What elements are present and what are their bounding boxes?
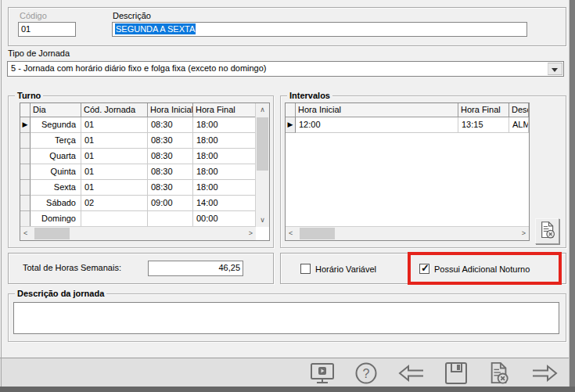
display-button[interactable] xyxy=(309,361,336,385)
checkbox-box[interactable]: ✓ xyxy=(419,264,429,274)
table-cell-final[interactable]: 00:00 xyxy=(193,211,256,227)
intervalos-grid[interactable]: Hora Inicial Hora Final Desc ▶12:0013:15… xyxy=(285,102,530,241)
scroll-left-icon[interactable]: < xyxy=(23,230,27,237)
adicional-noturno-checkbox[interactable]: ✓ Possui Adicional Noturno xyxy=(419,264,530,274)
delete-interval-button[interactable] xyxy=(535,218,559,244)
table-cell-dia[interactable]: Domingo xyxy=(31,211,81,227)
turno-grid[interactable]: Dia Cód. Jornada Hora Inicial Hora Final… xyxy=(20,102,270,241)
tipo-jornada-select[interactable]: 5 - Jornada com horário diário fixo e fo… xyxy=(7,61,564,77)
scrollbar-thumb[interactable] xyxy=(34,228,70,239)
table-row[interactable]: Terça0108:3018:00 xyxy=(20,133,269,149)
table-cell-dia[interactable]: Segunda xyxy=(31,117,81,133)
current-row-icon: ▶ xyxy=(23,120,28,128)
row-selector-cell[interactable] xyxy=(20,133,31,149)
table-cell-inicial[interactable]: 08:30 xyxy=(148,149,193,164)
codigo-input[interactable]: 01 xyxy=(18,22,76,37)
save-icon xyxy=(444,361,468,385)
col-hora-final: Hora Final xyxy=(458,103,509,117)
help-icon: ? xyxy=(354,361,378,385)
horario-variavel-label: Horário Variável xyxy=(315,264,376,274)
row-selector-cell[interactable] xyxy=(20,211,31,227)
row-selector-cell[interactable] xyxy=(20,196,31,211)
delete-record-icon xyxy=(539,221,556,239)
current-row-icon: ▶ xyxy=(288,120,293,128)
row-selector-cell[interactable]: ▶ xyxy=(20,117,31,133)
row-selector-cell[interactable] xyxy=(20,164,31,180)
combo-dropdown-button[interactable] xyxy=(548,63,562,75)
descricao-input[interactable]: SEGUNDA A SEXTA xyxy=(112,22,527,37)
scrollbar-thumb[interactable] xyxy=(300,228,335,239)
next-button[interactable] xyxy=(531,361,558,385)
delete-record-button[interactable] xyxy=(486,361,512,385)
table-cell-cod[interactable]: 02 xyxy=(81,196,148,211)
table-row[interactable]: Sexta0108:3018:00 xyxy=(20,180,269,196)
descricao-jornada-title: Descrição da jornada xyxy=(15,289,106,298)
table-cell-cod[interactable]: 01 xyxy=(81,117,148,133)
table-cell-dia[interactable]: Terça xyxy=(31,133,81,149)
checkbox-box[interactable] xyxy=(300,264,311,274)
table-cell-final[interactable]: 18:00 xyxy=(193,164,256,180)
next-icon xyxy=(531,364,558,383)
table-cell-inicial[interactable]: 09:00 xyxy=(148,196,193,211)
table-cell-final[interactable]: 18:00 xyxy=(193,180,256,196)
scroll-right-icon[interactable]: > xyxy=(522,230,526,237)
intervalos-grid-header: Hora Inicial Hora Final Desc xyxy=(286,103,529,117)
col-descricao: Desc xyxy=(509,103,529,117)
table-cell-inicial[interactable] xyxy=(148,211,193,227)
table-cell-dia[interactable]: Quinta xyxy=(31,164,81,180)
table-cell-cod[interactable]: 01 xyxy=(81,133,148,149)
scroll-right-icon[interactable]: > xyxy=(249,230,253,237)
intervalos-horizontal-scrollbar[interactable]: < > xyxy=(286,226,529,240)
window-right-border xyxy=(569,0,575,392)
scrollbar-thumb[interactable] xyxy=(257,117,268,171)
previous-icon xyxy=(398,364,425,383)
table-cell-cod[interactable]: 01 xyxy=(81,180,148,196)
window-bottom-border xyxy=(0,387,575,392)
table-row[interactable]: Domingo00:00 xyxy=(20,211,269,227)
scroll-left-icon[interactable]: < xyxy=(289,230,293,237)
table-cell-cod[interactable] xyxy=(81,211,148,227)
descricao-label: Descrição xyxy=(113,11,151,20)
table-cell-cod[interactable]: 01 xyxy=(81,164,148,180)
turno-horizontal-scrollbar[interactable]: < > xyxy=(20,226,256,240)
turno-vertical-scrollbar[interactable]: ∧ ∨ xyxy=(255,103,269,227)
table-cell-final[interactable]: 18:00 xyxy=(193,149,256,164)
table-row[interactable]: Sábado0209:0014:00 xyxy=(20,196,269,211)
col-cod-jornada: Cód. Jornada xyxy=(81,103,148,117)
table-cell-final[interactable]: 18:00 xyxy=(193,117,256,133)
row-selector-cell[interactable] xyxy=(20,180,31,196)
table-cell-final[interactable]: 13:15 xyxy=(458,117,509,133)
table-cell-inicial[interactable]: 08:30 xyxy=(148,164,193,180)
scroll-down-icon[interactable]: ∨ xyxy=(256,217,269,224)
total-horas-label: Total de Horas Semanais: xyxy=(23,263,121,272)
options-panel: Horário Variável ✓ Possui Adicional Notu… xyxy=(280,253,566,284)
table-cell-cod[interactable]: 01 xyxy=(81,149,148,164)
previous-button[interactable] xyxy=(398,361,425,385)
table-row[interactable]: ▶Segunda0108:3018:00 xyxy=(20,117,269,133)
table-cell-desc[interactable]: ALMO xyxy=(509,117,529,133)
table-row[interactable]: ▶12:0013:15ALMO xyxy=(286,117,529,133)
row-selector-header xyxy=(286,103,296,117)
table-cell-dia[interactable]: Sexta xyxy=(31,180,81,196)
table-row[interactable]: Quinta0108:3018:00 xyxy=(20,164,269,180)
turno-title: Turno xyxy=(15,91,43,100)
table-cell-inicial[interactable]: 08:30 xyxy=(148,180,193,196)
row-selector-cell[interactable] xyxy=(20,149,31,164)
scroll-up-icon[interactable]: ∧ xyxy=(256,106,269,113)
table-cell-dia[interactable]: Quarta xyxy=(31,149,81,164)
table-cell-inicial[interactable]: 08:30 xyxy=(148,117,193,133)
horario-variavel-checkbox[interactable]: Horário Variável xyxy=(300,264,376,274)
total-horas-value: 46,25 xyxy=(148,261,243,276)
help-button[interactable]: ? xyxy=(353,361,379,385)
table-cell-final[interactable]: 14:00 xyxy=(193,196,256,211)
table-cell-dia[interactable]: Sábado xyxy=(31,196,81,211)
table-cell-final[interactable]: 18:00 xyxy=(193,133,256,149)
table-row[interactable]: Quarta0108:3018:00 xyxy=(20,149,269,164)
descricao-jornada-memo[interactable] xyxy=(13,302,559,334)
table-cell-inicial[interactable]: 08:30 xyxy=(148,133,193,149)
save-button[interactable] xyxy=(443,361,469,385)
table-cell-inicial[interactable]: 12:00 xyxy=(296,117,458,133)
display-icon xyxy=(310,361,335,385)
row-selector-header xyxy=(20,103,31,117)
row-selector-cell[interactable]: ▶ xyxy=(286,117,296,133)
